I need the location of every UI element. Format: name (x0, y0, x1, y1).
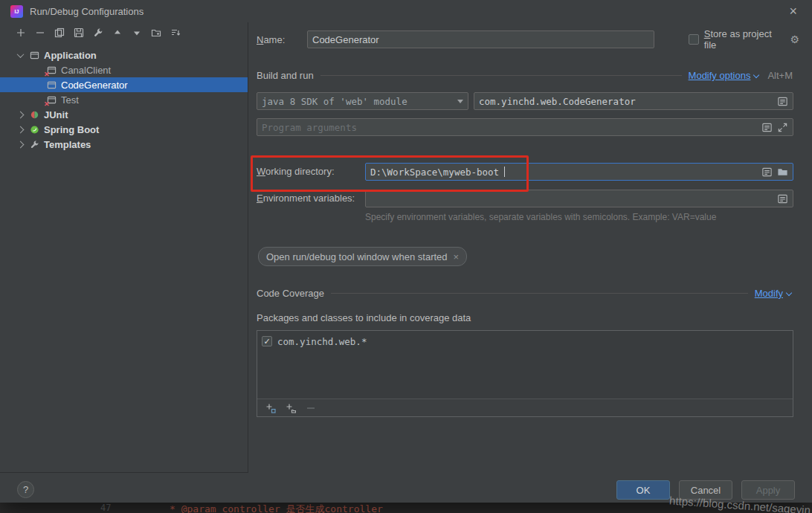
text-caret (504, 167, 505, 177)
environment-variables-field[interactable] (365, 190, 793, 207)
application-run-config-icon (29, 50, 40, 61)
working-directory-label: Working directory: (257, 166, 335, 177)
chevron-down-icon (753, 71, 759, 77)
expand-icon[interactable] (777, 122, 788, 133)
main-class-field[interactable]: com.yinchd.web.CodeGenerator (474, 92, 793, 110)
store-as-project-file-label: Store as project file (704, 28, 785, 51)
store-as-project-file[interactable]: Store as project file ⚙ (689, 28, 799, 51)
name-label: Name: (257, 34, 285, 45)
application-run-config-icon: ✕ (46, 65, 57, 76)
configurations-panel: Application ✕ CanalClient CodeGenerator … (0, 22, 248, 473)
chevron-collapsed-icon[interactable] (17, 111, 25, 118)
configuration-form: Name: Store as project file ⚙ Build and … (249, 22, 812, 473)
run-debug-configurations-dialog: IJ Run/Debug Configurations × (0, 0, 812, 503)
coverage-list-items: ✓ com.yinchd.web.* (257, 331, 793, 399)
tree-item-label: JUnit (44, 109, 68, 120)
jdk-selector-value: java 8 SDK of 'web' module (262, 96, 407, 107)
broken-config-icon: ✕ (44, 100, 50, 108)
chevron-collapsed-icon[interactable] (17, 141, 25, 148)
add-configuration-icon[interactable] (15, 28, 26, 39)
tree-item-application[interactable]: Application (0, 48, 248, 62)
browse-icon[interactable] (777, 193, 788, 204)
coverage-item-checkbox[interactable]: ✓ (262, 336, 272, 346)
modify-options-link[interactable]: Modify options (689, 70, 751, 81)
application-run-config-icon: ✕ (46, 94, 57, 106)
tree-item-canalclient[interactable]: ✕ CanalClient (0, 62, 248, 77)
remove-configuration-icon[interactable] (34, 28, 45, 39)
coverage-list-toolbar (257, 399, 793, 416)
tree-item-test[interactable]: ✕ Test (0, 92, 248, 107)
dialog-titlebar: IJ Run/Debug Configurations × (0, 0, 812, 22)
tree-item-label: Templates (44, 139, 91, 150)
working-directory-value: D:\WorkSpace\myweb-boot (370, 167, 499, 178)
close-icon[interactable]: × (784, 4, 802, 18)
tree-item-label: CodeGenerator (61, 80, 128, 91)
environment-variables-hint: Specify environment variables, separate … (365, 212, 716, 222)
application-run-config-icon (46, 80, 57, 91)
copy-configuration-icon[interactable] (54, 28, 65, 39)
help-icon: ? (23, 484, 28, 495)
macros-icon[interactable] (761, 167, 773, 178)
coverage-list: ✓ com.yinchd.web.* (257, 330, 793, 417)
tree-item-label: Application (44, 50, 97, 61)
run-option-tag[interactable]: Open run/debug tool window when started … (258, 247, 467, 266)
working-directory-field[interactable]: D:\WorkSpace\myweb-boot (365, 163, 793, 181)
browse-icon[interactable] (777, 96, 788, 107)
intellij-idea-logo-icon: IJ (10, 5, 23, 18)
tree-item-junit[interactable]: JUnit (0, 107, 248, 122)
modify-coverage-link[interactable]: Modify (755, 288, 783, 299)
name-input[interactable] (307, 30, 654, 48)
chevron-expanded-icon[interactable] (17, 51, 25, 58)
program-arguments-field[interactable] (257, 118, 793, 136)
macros-icon[interactable] (761, 122, 773, 133)
name-row: Name: Store as project file ⚙ (257, 30, 799, 48)
tree-item-spring-boot[interactable]: Spring Boot (0, 122, 248, 137)
ok-button[interactable]: OK (616, 480, 670, 500)
remove-icon[interactable] (305, 402, 316, 413)
build-and-run-header: Build and run Modify options Alt+M (257, 70, 793, 81)
modify-options-shortcut: Alt+M (767, 70, 793, 81)
editor-line-number: 47 (100, 503, 111, 513)
broken-config-icon: ✕ (44, 71, 50, 78)
remove-tag-icon[interactable]: × (454, 251, 460, 262)
folder-icon[interactable] (777, 167, 788, 178)
code-coverage-title: Code Coverage (257, 288, 324, 299)
wrench-icon (29, 139, 40, 150)
help-button[interactable]: ? (17, 481, 34, 498)
environment-variables-label: Environment variables: (257, 193, 355, 204)
tree-item-codegenerator[interactable]: CodeGenerator (0, 77, 248, 92)
jdk-selector-dropdown[interactable]: java 8 SDK of 'web' module (257, 92, 468, 110)
create-folder-icon[interactable] (150, 28, 161, 39)
tree-item-label: Spring Boot (44, 124, 99, 135)
configurations-tree: Application ✕ CanalClient CodeGenerator … (0, 43, 248, 152)
junit-icon (29, 109, 40, 120)
separator-line (331, 293, 748, 294)
dropdown-arrow-icon (457, 100, 463, 103)
save-configuration-icon[interactable] (73, 28, 84, 39)
coverage-item-label: com.yinchd.web.* (277, 336, 367, 347)
move-up-icon[interactable] (112, 28, 123, 39)
add-package-icon[interactable] (285, 402, 296, 413)
tree-item-templates[interactable]: Templates (0, 137, 248, 152)
chevron-collapsed-icon[interactable] (17, 126, 25, 133)
configurations-toolbar (0, 22, 248, 43)
apply-button[interactable]: Apply (741, 480, 795, 500)
program-arguments-input[interactable] (262, 122, 757, 133)
build-and-run-title: Build and run (257, 70, 314, 81)
sort-configurations-icon[interactable] (170, 28, 181, 39)
gear-icon[interactable]: ⚙ (790, 33, 799, 45)
coverage-packages-label: Packages and classes to include in cover… (257, 312, 471, 323)
main-class-value: com.yinchd.web.CodeGenerator (479, 96, 636, 107)
screenshot-root: 47 * @param controller 是否生成controller IJ… (0, 0, 812, 513)
tree-item-label: CanalClient (61, 65, 111, 76)
separator-line (320, 75, 682, 76)
tree-item-label: Test (61, 94, 79, 106)
chevron-down-icon (786, 289, 792, 295)
add-class-icon[interactable] (265, 402, 276, 413)
edit-templates-icon[interactable] (92, 28, 103, 39)
store-as-project-file-checkbox[interactable] (689, 34, 699, 45)
coverage-list-item[interactable]: ✓ com.yinchd.web.* (262, 334, 788, 349)
move-down-icon[interactable] (131, 28, 142, 39)
dialog-title: Run/Debug Configurations (30, 6, 144, 17)
run-option-tag-label: Open run/debug tool window when started (266, 251, 448, 262)
